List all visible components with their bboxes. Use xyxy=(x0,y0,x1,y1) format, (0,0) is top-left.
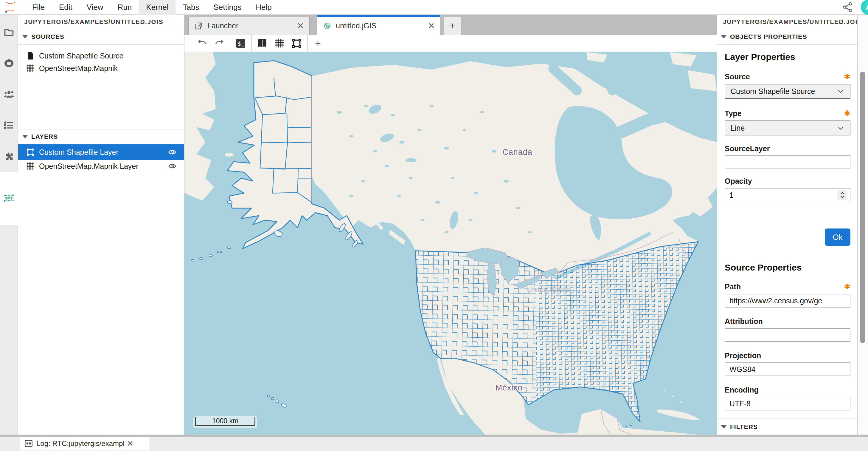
menu-view[interactable]: View xyxy=(80,0,111,15)
toolbar-separator xyxy=(307,35,308,52)
source-properties-heading: Source Properties xyxy=(725,262,850,273)
vector-polygon-icon xyxy=(26,148,35,157)
close-icon[interactable]: ✕ xyxy=(127,439,133,448)
share-icon[interactable] xyxy=(842,1,853,13)
chevron-down-icon xyxy=(837,87,844,95)
collaboration-users-icon[interactable] xyxy=(0,84,18,105)
stepper-down-icon[interactable] xyxy=(840,195,845,198)
objects-properties-panel: JUPYTERGIS/EXAMPLES/UNTITLED.JGIS OBJECT… xyxy=(717,15,857,434)
svg-text:$_: $_ xyxy=(238,40,244,47)
visibility-eye-icon[interactable] xyxy=(168,148,177,157)
layer-item-custom-shapefile[interactable]: Custom Shapefile Layer xyxy=(18,144,184,160)
type-select[interactable]: Line xyxy=(725,120,850,135)
source-item-label: Custom Shapefile Source xyxy=(39,52,123,60)
sources-section-header[interactable]: SOURCES xyxy=(18,29,184,45)
type-field: Type ✱ Line xyxy=(725,109,850,135)
required-asterisk-icon: ✱ xyxy=(844,282,850,291)
menu-settings[interactable]: Settings xyxy=(206,0,249,15)
add-layer-button[interactable]: + xyxy=(310,37,326,49)
main-dock: Launcher ✕ untitled.jGIS ✕ + xyxy=(184,15,717,434)
projection-input[interactable] xyxy=(725,362,850,376)
file-browser-icon[interactable] xyxy=(0,22,18,43)
objects-properties-header[interactable]: OBJECTS PROPERTIES xyxy=(717,29,857,45)
close-icon[interactable]: ✕ xyxy=(297,21,304,31)
source-item-custom-shapefile[interactable]: Custom Shapefile Source xyxy=(18,50,184,62)
opacity-label: Opacity xyxy=(725,177,752,186)
map-toolbar: $_ + xyxy=(184,35,717,52)
source-select-value: Custom Shapefile Source xyxy=(731,87,815,96)
stepper-up-icon[interactable] xyxy=(840,192,845,195)
dock-divider xyxy=(0,434,868,437)
map-canvas[interactable]: Canada United States México 1000 km xyxy=(184,52,717,434)
panel-scrollbar[interactable] xyxy=(857,15,868,434)
menu-run[interactable]: Run xyxy=(111,0,139,15)
basemap-book-icon[interactable] xyxy=(254,37,271,50)
menu-edit[interactable]: Edit xyxy=(52,0,80,15)
required-asterisk-icon: ✱ xyxy=(844,109,850,118)
tab-label: untitled.jGIS xyxy=(336,22,376,30)
source-item-openstreetmap[interactable]: OpenStreetMap.Mapnik xyxy=(18,62,184,75)
sourcelayer-input[interactable] xyxy=(725,156,850,169)
breadcrumb: JUPYTERGIS/EXAMPLES/UNTITLED.JGIS xyxy=(18,15,184,29)
bottom-status-bar: Log: RTC:jupytergis/exampl ✕ xyxy=(0,437,868,451)
menu-help[interactable]: Help xyxy=(249,0,279,15)
undo-icon[interactable] xyxy=(193,37,211,50)
number-stepper[interactable] xyxy=(837,190,847,200)
running-kernels-icon[interactable] xyxy=(0,53,18,74)
source-select[interactable]: Custom Shapefile Source xyxy=(725,84,850,99)
file-icon xyxy=(26,51,35,60)
redo-icon[interactable] xyxy=(211,37,228,50)
layers-section-header[interactable]: LAYERS xyxy=(18,129,184,144)
close-icon[interactable]: ✕ xyxy=(428,21,435,31)
source-item-label: OpenStreetMap.Mapnik xyxy=(39,64,118,73)
chevron-down-icon xyxy=(22,135,28,138)
console-icon[interactable]: $_ xyxy=(232,37,249,50)
map-label-canada: Canada xyxy=(502,148,532,157)
sources-list: Custom Shapefile Source OpenStreetMap.Ma… xyxy=(18,45,184,129)
toolbar-separator xyxy=(230,35,230,52)
type-select-value: Line xyxy=(731,124,745,133)
ok-button[interactable]: Ok xyxy=(825,228,850,246)
jupyterlab-window: File Edit View Run Kernel Tabs Settings … xyxy=(0,0,868,451)
layer-item-openstreetmap[interactable]: OpenStreetMap.Mapnik Layer xyxy=(18,160,184,172)
scrollbar-thumb[interactable] xyxy=(860,72,865,343)
layer-item-label: Custom Shapefile Layer xyxy=(39,148,119,157)
path-field: Path ✱ xyxy=(725,282,850,308)
type-label: Type xyxy=(725,109,742,118)
tab-untitled-jgis[interactable]: untitled.jGIS ✕ xyxy=(317,15,440,35)
required-asterisk-icon: ✱ xyxy=(844,72,850,81)
objects-properties-title: OBJECTS PROPERTIES xyxy=(730,33,807,40)
attribution-input[interactable] xyxy=(725,328,850,342)
layer-item-label: OpenStreetMap.Mapnik Layer xyxy=(39,162,138,171)
map-label-mexico: México xyxy=(495,383,522,392)
filters-title: FILTERS xyxy=(730,423,758,430)
chevron-down-icon xyxy=(22,35,28,38)
jupytergis-globe-icon[interactable] xyxy=(0,187,18,209)
layers-title: LAYERS xyxy=(31,133,58,140)
log-console-tab[interactable]: Log: RTC:jupytergis/exampl ✕ xyxy=(20,437,150,450)
filters-section-header[interactable]: FILTERS xyxy=(717,419,857,434)
user-avatar[interactable]: A xyxy=(861,0,868,15)
path-input[interactable] xyxy=(725,294,850,308)
extensions-puzzle-icon[interactable] xyxy=(0,146,18,167)
opacity-field: Opacity xyxy=(725,177,850,202)
grid-icon xyxy=(26,162,35,171)
layer-properties-heading: Layer Properties xyxy=(725,52,850,62)
menu-tabs[interactable]: Tabs xyxy=(176,0,206,15)
encoding-input[interactable] xyxy=(725,397,850,411)
left-activity-bar xyxy=(0,15,18,434)
attribution-label: Attribution xyxy=(725,317,763,326)
menu-file[interactable]: File xyxy=(25,0,52,15)
projection-label: Projection xyxy=(725,351,761,360)
path-label: Path xyxy=(725,282,741,291)
table-of-contents-icon[interactable] xyxy=(0,115,18,136)
new-tab-button[interactable]: + xyxy=(444,17,461,35)
source-label: Source xyxy=(725,73,750,81)
visibility-eye-icon[interactable] xyxy=(168,162,177,171)
menu-kernel[interactable]: Kernel xyxy=(139,0,176,15)
raster-grid-icon[interactable] xyxy=(271,37,288,50)
tab-launcher[interactable]: Launcher ✕ xyxy=(188,17,310,35)
vector-polygon-icon[interactable] xyxy=(288,37,305,50)
chevron-down-icon xyxy=(721,35,726,38)
opacity-input[interactable] xyxy=(725,188,850,202)
